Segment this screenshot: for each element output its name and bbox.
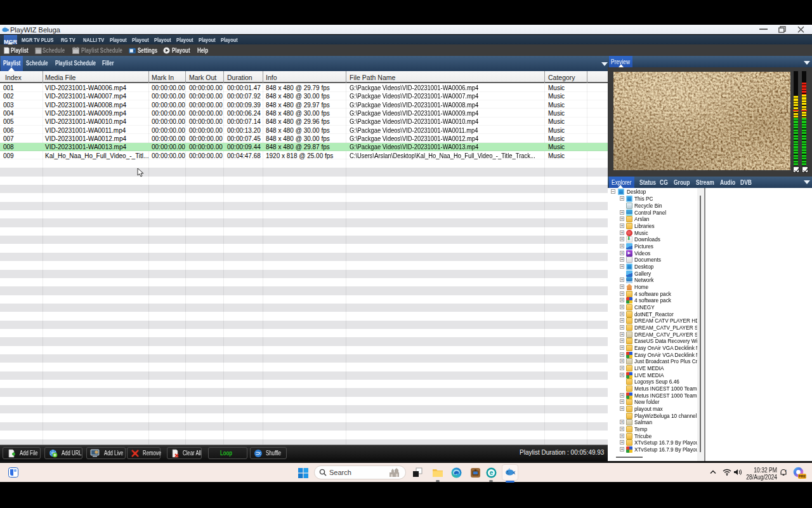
svg-text:z: z [785, 469, 787, 472]
svg-text:e: e [490, 469, 494, 476]
